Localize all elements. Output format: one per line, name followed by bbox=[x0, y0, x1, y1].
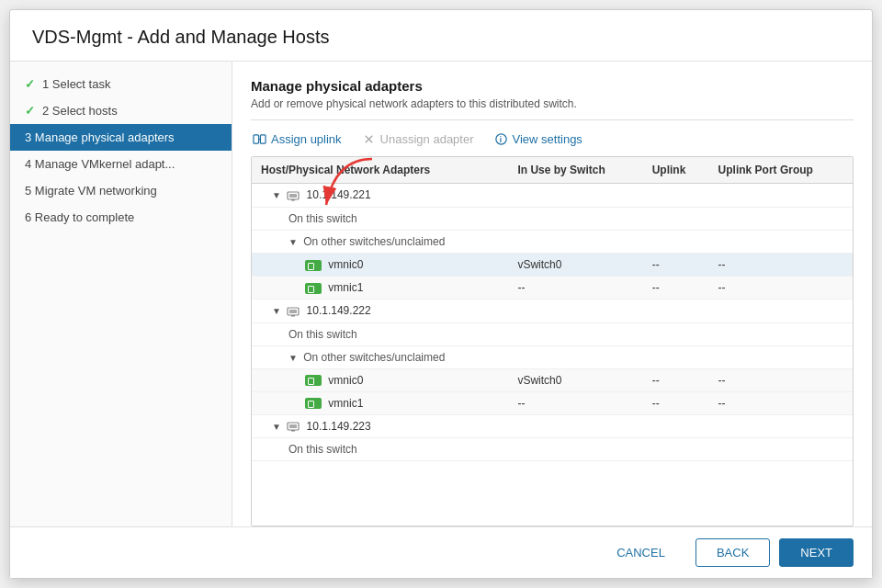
collapse-icon: ▼ bbox=[272, 422, 281, 432]
unassign-adapter-icon bbox=[362, 132, 376, 146]
sidebar-item-manage-physical-adapters[interactable]: 3 Manage physical adapters bbox=[10, 124, 232, 151]
cell-in-use bbox=[508, 184, 642, 208]
table-row[interactable]: vmnic0 vSwitch0 -- -- bbox=[252, 368, 853, 391]
main-dialog: VDS-Mgmt - Add and Manage Hosts ✓ 1 Sele… bbox=[9, 9, 873, 579]
cell-uplink-pg: -- bbox=[709, 391, 853, 414]
sidebar-item-migrate-vm[interactable]: 5 Migrate VM networking bbox=[10, 177, 232, 204]
svg-rect-15 bbox=[289, 424, 297, 428]
col-host-adapters: Host/Physical Network Adapters bbox=[252, 157, 508, 184]
vmnic-icon bbox=[305, 283, 322, 294]
cell-uplink-pg: -- bbox=[709, 368, 853, 391]
table-row[interactable]: vmnic1 -- -- -- bbox=[252, 276, 853, 299]
host-name: ▼ 10.1.149.223 bbox=[252, 414, 508, 438]
cell-uplink: -- bbox=[643, 368, 709, 391]
adapters-table: Host/Physical Network Adapters In Use by… bbox=[252, 157, 853, 461]
vmnic-icon bbox=[305, 375, 322, 386]
unassign-adapter-button[interactable]: Unassign adapter bbox=[360, 130, 476, 149]
adapter-name: vmnic1 bbox=[252, 391, 508, 414]
section-desc: Add or remove physical network adapters … bbox=[251, 97, 854, 110]
table-row: ▼ On other switches/unclaimed bbox=[252, 345, 853, 368]
cell-in-use: -- bbox=[508, 391, 642, 414]
sidebar-item-label: 4 Manage VMkernel adapt... bbox=[25, 157, 175, 171]
cell-uplink: -- bbox=[643, 391, 709, 414]
table-header-row: Host/Physical Network Adapters In Use by… bbox=[252, 157, 853, 184]
table-row: On this switch bbox=[252, 322, 853, 345]
check-icon: ✓ bbox=[25, 104, 35, 118]
dialog-footer: CANCEL BACK NEXT bbox=[10, 526, 872, 578]
table-row[interactable]: ▼ 10.1.149.222 bbox=[252, 299, 853, 322]
col-uplink-pg: Uplink Port Group bbox=[709, 157, 853, 184]
sidebar-item-ready-to-complete[interactable]: 6 Ready to complete bbox=[10, 204, 232, 231]
table-row[interactable]: vmnic0 vSwitch0 -- -- bbox=[252, 253, 853, 276]
table-row: On this switch bbox=[252, 207, 853, 230]
svg-rect-12 bbox=[289, 310, 297, 313]
section-divider bbox=[251, 119, 854, 120]
cell-uplink bbox=[643, 184, 709, 208]
dialog-title: VDS-Mgmt - Add and Manage Hosts bbox=[10, 10, 872, 62]
cell-uplink bbox=[643, 414, 709, 438]
table-row[interactable]: vmnic1 -- -- -- bbox=[252, 391, 853, 414]
section-label: ▼ On other switches/unclaimed bbox=[252, 345, 508, 368]
cell-uplink bbox=[643, 299, 709, 322]
section-label: On this switch bbox=[252, 322, 508, 345]
section-label: ▼ On other switches/unclaimed bbox=[252, 230, 508, 253]
cell-in-use bbox=[508, 299, 642, 322]
svg-rect-13 bbox=[291, 315, 295, 317]
cell-uplink-pg: -- bbox=[709, 276, 853, 299]
check-icon: ✓ bbox=[25, 77, 35, 91]
adapter-name: vmnic0 bbox=[252, 253, 508, 276]
cell-uplink-pg: -- bbox=[709, 253, 853, 276]
view-settings-icon: i bbox=[494, 132, 508, 146]
table-row: ▼ On other switches/unclaimed bbox=[252, 230, 853, 253]
table-row[interactable]: ▼ 10.1.149.223 bbox=[252, 414, 853, 438]
host-name: ▼ 10.1.149.222 bbox=[252, 299, 508, 322]
section-label: On this switch bbox=[252, 207, 508, 230]
collapse-icon: ▼ bbox=[288, 353, 298, 363]
sidebar-item-label: 2 Select hosts bbox=[42, 104, 118, 118]
adapters-table-container[interactable]: Host/Physical Network Adapters In Use by… bbox=[251, 156, 854, 526]
next-button[interactable]: NEXT bbox=[779, 538, 854, 567]
svg-rect-16 bbox=[291, 430, 295, 432]
section-label: On this switch bbox=[252, 438, 508, 461]
host-name: ▼ 10.1.149.221 bbox=[252, 184, 508, 208]
cell-uplink-pg bbox=[709, 414, 853, 438]
dialog-body: ✓ 1 Select task ✓ 2 Select hosts 3 Manag… bbox=[10, 62, 872, 526]
table-row[interactable]: ▼ 10.1.149.221 bbox=[252, 184, 853, 208]
svg-rect-9 bbox=[289, 194, 297, 198]
cell-uplink: -- bbox=[643, 276, 709, 299]
sidebar-item-label: 6 Ready to complete bbox=[25, 210, 134, 224]
sidebar-item-select-hosts[interactable]: ✓ 2 Select hosts bbox=[10, 97, 232, 124]
assign-uplink-icon bbox=[253, 132, 266, 146]
collapse-icon: ▼ bbox=[272, 306, 281, 316]
assign-uplink-button[interactable]: Assign uplink bbox=[251, 130, 344, 149]
sidebar: ✓ 1 Select task ✓ 2 Select hosts 3 Manag… bbox=[10, 62, 232, 526]
back-button[interactable]: BACK bbox=[695, 538, 770, 567]
vmnic-icon bbox=[305, 398, 322, 409]
svg-rect-1 bbox=[260, 135, 266, 143]
col-in-use: In Use by Switch bbox=[508, 157, 642, 184]
svg-text:i: i bbox=[499, 135, 501, 144]
sidebar-item-label: 1 Select task bbox=[42, 77, 110, 91]
cell-in-use: -- bbox=[508, 276, 642, 299]
collapse-icon: ▼ bbox=[288, 237, 298, 247]
cancel-button[interactable]: CANCEL bbox=[595, 538, 686, 567]
view-settings-label: View settings bbox=[513, 132, 582, 146]
cell-uplink: -- bbox=[643, 253, 709, 276]
cell-uplink-pg bbox=[709, 299, 853, 322]
adapter-name: vmnic0 bbox=[252, 368, 508, 391]
cell-uplink-pg bbox=[709, 184, 853, 208]
view-settings-button[interactable]: i View settings bbox=[492, 130, 584, 149]
section-title: Manage physical adapters bbox=[251, 78, 854, 94]
host-icon bbox=[287, 420, 300, 433]
cell-in-use bbox=[508, 414, 642, 438]
sidebar-item-select-task[interactable]: ✓ 1 Select task bbox=[10, 71, 232, 97]
assign-uplink-label: Assign uplink bbox=[271, 132, 342, 146]
adapter-name: vmnic1 bbox=[252, 276, 508, 299]
col-uplink: Uplink bbox=[643, 157, 709, 184]
host-icon bbox=[287, 305, 300, 318]
cell-in-use: vSwitch0 bbox=[508, 253, 642, 276]
sidebar-item-manage-vmkernel[interactable]: 4 Manage VMkernel adapt... bbox=[10, 151, 232, 177]
cell-in-use: vSwitch0 bbox=[508, 368, 642, 391]
svg-rect-0 bbox=[254, 135, 259, 143]
host-icon bbox=[287, 189, 300, 202]
